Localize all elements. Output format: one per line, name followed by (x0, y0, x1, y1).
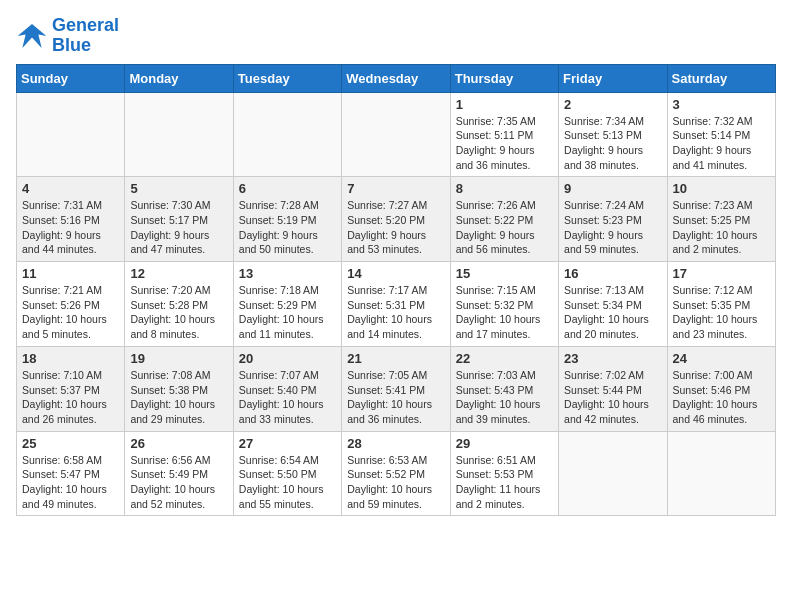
calendar-week-row: 4Sunrise: 7:31 AM Sunset: 5:16 PM Daylig… (17, 177, 776, 262)
day-number: 1 (456, 97, 553, 112)
day-info: Sunrise: 7:07 AM Sunset: 5:40 PM Dayligh… (239, 368, 336, 427)
day-number: 24 (673, 351, 770, 366)
calendar-cell: 12Sunrise: 7:20 AM Sunset: 5:28 PM Dayli… (125, 262, 233, 347)
column-header-saturday: Saturday (667, 64, 775, 92)
calendar-cell: 22Sunrise: 7:03 AM Sunset: 5:43 PM Dayli… (450, 346, 558, 431)
calendar-cell: 15Sunrise: 7:15 AM Sunset: 5:32 PM Dayli… (450, 262, 558, 347)
calendar-week-row: 11Sunrise: 7:21 AM Sunset: 5:26 PM Dayli… (17, 262, 776, 347)
column-header-monday: Monday (125, 64, 233, 92)
logo-text: General Blue (52, 16, 119, 56)
calendar-cell: 8Sunrise: 7:26 AM Sunset: 5:22 PM Daylig… (450, 177, 558, 262)
day-number: 20 (239, 351, 336, 366)
day-info: Sunrise: 7:26 AM Sunset: 5:22 PM Dayligh… (456, 198, 553, 257)
column-header-wednesday: Wednesday (342, 64, 450, 92)
day-info: Sunrise: 7:32 AM Sunset: 5:14 PM Dayligh… (673, 114, 770, 173)
calendar-cell: 20Sunrise: 7:07 AM Sunset: 5:40 PM Dayli… (233, 346, 341, 431)
calendar-cell: 7Sunrise: 7:27 AM Sunset: 5:20 PM Daylig… (342, 177, 450, 262)
calendar-cell: 23Sunrise: 7:02 AM Sunset: 5:44 PM Dayli… (559, 346, 667, 431)
calendar-cell: 17Sunrise: 7:12 AM Sunset: 5:35 PM Dayli… (667, 262, 775, 347)
calendar-cell: 25Sunrise: 6:58 AM Sunset: 5:47 PM Dayli… (17, 431, 125, 516)
day-number: 12 (130, 266, 227, 281)
calendar-week-row: 25Sunrise: 6:58 AM Sunset: 5:47 PM Dayli… (17, 431, 776, 516)
day-number: 4 (22, 181, 119, 196)
calendar-cell: 10Sunrise: 7:23 AM Sunset: 5:25 PM Dayli… (667, 177, 775, 262)
day-number: 9 (564, 181, 661, 196)
day-info: Sunrise: 7:20 AM Sunset: 5:28 PM Dayligh… (130, 283, 227, 342)
day-info: Sunrise: 7:03 AM Sunset: 5:43 PM Dayligh… (456, 368, 553, 427)
day-info: Sunrise: 7:31 AM Sunset: 5:16 PM Dayligh… (22, 198, 119, 257)
day-number: 11 (22, 266, 119, 281)
calendar-cell: 1Sunrise: 7:35 AM Sunset: 5:11 PM Daylig… (450, 92, 558, 177)
day-info: Sunrise: 6:51 AM Sunset: 5:53 PM Dayligh… (456, 453, 553, 512)
day-number: 7 (347, 181, 444, 196)
calendar-cell (667, 431, 775, 516)
calendar-cell: 19Sunrise: 7:08 AM Sunset: 5:38 PM Dayli… (125, 346, 233, 431)
calendar-cell: 14Sunrise: 7:17 AM Sunset: 5:31 PM Dayli… (342, 262, 450, 347)
day-number: 10 (673, 181, 770, 196)
column-header-tuesday: Tuesday (233, 64, 341, 92)
day-info: Sunrise: 7:12 AM Sunset: 5:35 PM Dayligh… (673, 283, 770, 342)
day-info: Sunrise: 7:17 AM Sunset: 5:31 PM Dayligh… (347, 283, 444, 342)
day-number: 8 (456, 181, 553, 196)
day-info: Sunrise: 6:58 AM Sunset: 5:47 PM Dayligh… (22, 453, 119, 512)
calendar-cell: 26Sunrise: 6:56 AM Sunset: 5:49 PM Dayli… (125, 431, 233, 516)
day-info: Sunrise: 7:18 AM Sunset: 5:29 PM Dayligh… (239, 283, 336, 342)
day-number: 3 (673, 97, 770, 112)
day-info: Sunrise: 7:15 AM Sunset: 5:32 PM Dayligh… (456, 283, 553, 342)
day-info: Sunrise: 7:21 AM Sunset: 5:26 PM Dayligh… (22, 283, 119, 342)
day-number: 16 (564, 266, 661, 281)
day-info: Sunrise: 7:02 AM Sunset: 5:44 PM Dayligh… (564, 368, 661, 427)
calendar-header-row: SundayMondayTuesdayWednesdayThursdayFrid… (17, 64, 776, 92)
calendar-week-row: 1Sunrise: 7:35 AM Sunset: 5:11 PM Daylig… (17, 92, 776, 177)
day-number: 5 (130, 181, 227, 196)
calendar-cell: 13Sunrise: 7:18 AM Sunset: 5:29 PM Dayli… (233, 262, 341, 347)
calendar-cell (17, 92, 125, 177)
svg-marker-0 (18, 24, 47, 48)
day-number: 19 (130, 351, 227, 366)
day-info: Sunrise: 7:23 AM Sunset: 5:25 PM Dayligh… (673, 198, 770, 257)
day-number: 18 (22, 351, 119, 366)
column-header-thursday: Thursday (450, 64, 558, 92)
calendar-cell: 27Sunrise: 6:54 AM Sunset: 5:50 PM Dayli… (233, 431, 341, 516)
calendar-cell (559, 431, 667, 516)
calendar-table: SundayMondayTuesdayWednesdayThursdayFrid… (16, 64, 776, 517)
calendar-cell: 5Sunrise: 7:30 AM Sunset: 5:17 PM Daylig… (125, 177, 233, 262)
logo: General Blue (16, 16, 119, 56)
day-info: Sunrise: 7:13 AM Sunset: 5:34 PM Dayligh… (564, 283, 661, 342)
calendar-cell: 16Sunrise: 7:13 AM Sunset: 5:34 PM Dayli… (559, 262, 667, 347)
calendar-cell: 4Sunrise: 7:31 AM Sunset: 5:16 PM Daylig… (17, 177, 125, 262)
calendar-week-row: 18Sunrise: 7:10 AM Sunset: 5:37 PM Dayli… (17, 346, 776, 431)
calendar-cell: 2Sunrise: 7:34 AM Sunset: 5:13 PM Daylig… (559, 92, 667, 177)
day-number: 22 (456, 351, 553, 366)
calendar-cell: 28Sunrise: 6:53 AM Sunset: 5:52 PM Dayli… (342, 431, 450, 516)
day-number: 28 (347, 436, 444, 451)
calendar-cell: 3Sunrise: 7:32 AM Sunset: 5:14 PM Daylig… (667, 92, 775, 177)
day-info: Sunrise: 7:05 AM Sunset: 5:41 PM Dayligh… (347, 368, 444, 427)
day-number: 17 (673, 266, 770, 281)
day-number: 2 (564, 97, 661, 112)
day-number: 25 (22, 436, 119, 451)
column-header-friday: Friday (559, 64, 667, 92)
day-info: Sunrise: 7:28 AM Sunset: 5:19 PM Dayligh… (239, 198, 336, 257)
day-info: Sunrise: 7:34 AM Sunset: 5:13 PM Dayligh… (564, 114, 661, 173)
day-info: Sunrise: 6:53 AM Sunset: 5:52 PM Dayligh… (347, 453, 444, 512)
day-info: Sunrise: 6:56 AM Sunset: 5:49 PM Dayligh… (130, 453, 227, 512)
day-info: Sunrise: 7:27 AM Sunset: 5:20 PM Dayligh… (347, 198, 444, 257)
day-number: 13 (239, 266, 336, 281)
day-info: Sunrise: 7:08 AM Sunset: 5:38 PM Dayligh… (130, 368, 227, 427)
day-number: 26 (130, 436, 227, 451)
calendar-cell: 6Sunrise: 7:28 AM Sunset: 5:19 PM Daylig… (233, 177, 341, 262)
day-info: Sunrise: 7:30 AM Sunset: 5:17 PM Dayligh… (130, 198, 227, 257)
calendar-cell: 29Sunrise: 6:51 AM Sunset: 5:53 PM Dayli… (450, 431, 558, 516)
day-number: 27 (239, 436, 336, 451)
column-header-sunday: Sunday (17, 64, 125, 92)
calendar-cell (125, 92, 233, 177)
calendar-cell: 21Sunrise: 7:05 AM Sunset: 5:41 PM Dayli… (342, 346, 450, 431)
day-info: Sunrise: 6:54 AM Sunset: 5:50 PM Dayligh… (239, 453, 336, 512)
page-header: General Blue (16, 16, 776, 56)
day-number: 29 (456, 436, 553, 451)
day-info: Sunrise: 7:35 AM Sunset: 5:11 PM Dayligh… (456, 114, 553, 173)
calendar-cell: 9Sunrise: 7:24 AM Sunset: 5:23 PM Daylig… (559, 177, 667, 262)
day-info: Sunrise: 7:10 AM Sunset: 5:37 PM Dayligh… (22, 368, 119, 427)
day-number: 6 (239, 181, 336, 196)
